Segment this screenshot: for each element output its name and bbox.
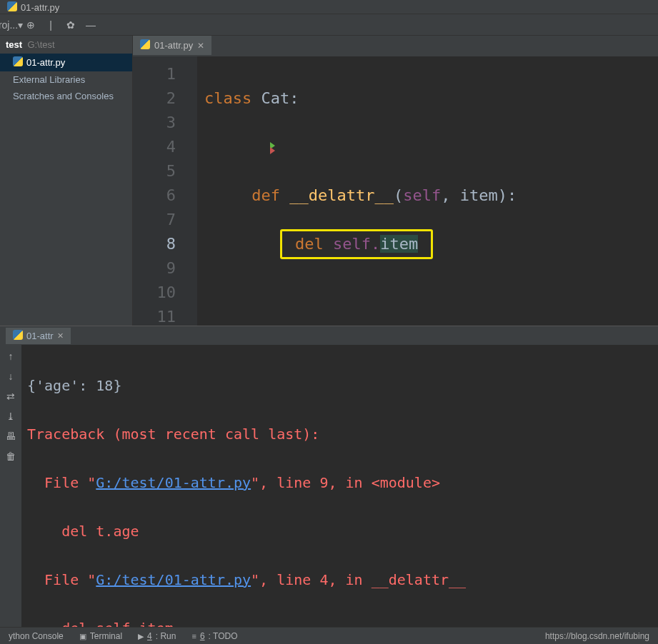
window-tab-label: 01-attr.py <box>21 2 59 13</box>
item-label: Scratches and Consoles <box>13 91 114 101</box>
terminal-button[interactable]: Terminal <box>79 631 122 641</box>
project-path: G:\test <box>25 39 55 50</box>
python-icon <box>140 39 150 51</box>
file-label: 01-attr.py <box>26 57 65 68</box>
wrap-icon[interactable]: ⇄ <box>6 391 15 402</box>
play-icon <box>138 631 144 641</box>
minimize-icon[interactable]: — <box>84 19 97 31</box>
editor-tab-label: 01-attr.py <box>154 40 193 51</box>
target-icon[interactable]: ⊕ <box>24 19 37 31</box>
close-icon[interactable]: ✕ <box>197 41 204 51</box>
editor-pane: 01-attr.py ✕ 1 2 3 4 5 6 7 8 9 10 11 cla… <box>133 36 658 326</box>
separator: | <box>44 19 57 31</box>
bottom-toolbar: ython Console Terminal 4: Run 6: TODO ht… <box>0 627 658 644</box>
item-label: External Libraries <box>13 74 85 85</box>
file-item-01-attr[interactable]: 01-attr.py <box>0 54 132 71</box>
todo-button[interactable]: 6: TODO <box>191 631 237 641</box>
terminal-icon <box>79 631 86 641</box>
python-icon <box>13 330 23 342</box>
code-editor[interactable]: class Cat: def __delattr__(self, item): … <box>197 56 658 326</box>
window-tab[interactable]: 01-attr.py <box>0 1 66 14</box>
console-toolbar: ↑ ↓ ⇄ ⤓ 🖶 🗑 <box>0 345 21 627</box>
python-icon <box>7 1 17 14</box>
run-console-panel: 01-attr ✕ ↑ ↓ ⇄ ⤓ 🖶 🗑 {'age': 18} Traceb… <box>0 326 658 627</box>
traceback-link[interactable]: G:/test/01-attr.py <box>96 474 251 491</box>
run-button[interactable]: 4: Run <box>138 631 176 641</box>
up-arrow-icon[interactable]: ↑ <box>9 351 14 362</box>
down-arrow-icon[interactable]: ↓ <box>9 371 14 382</box>
project-root[interactable]: test G:\test <box>0 36 132 54</box>
project-dropdown[interactable]: roj...▾ <box>4 19 17 31</box>
project-name: test <box>6 39 22 50</box>
line-number-gutter[interactable]: 1 2 3 4 5 6 7 8 9 10 11 <box>133 56 197 326</box>
todo-icon <box>191 631 196 641</box>
python-icon <box>13 56 23 69</box>
console-tab-label: 01-attr <box>26 331 54 341</box>
scroll-icon[interactable]: ⤓ <box>6 411 15 422</box>
watermark: https://blog.csdn.net/ifubing <box>545 631 649 641</box>
project-sidebar: test G:\test 01-attr.py External Librari… <box>0 36 133 326</box>
console-tab[interactable]: 01-attr ✕ <box>6 328 71 344</box>
traceback-link[interactable]: G:/test/01-attr.py <box>96 571 251 588</box>
trash-icon[interactable]: 🗑 <box>6 451 16 462</box>
toolbar: roj...▾ ⊕ | ✿ — <box>0 14 658 36</box>
close-icon[interactable]: ✕ <box>57 331 64 341</box>
highlight-box: del self.item <box>280 229 433 259</box>
python-console-button[interactable]: ython Console <box>9 631 64 641</box>
gear-icon[interactable]: ✿ <box>64 19 77 31</box>
print-icon[interactable]: 🖶 <box>6 431 16 442</box>
editor-tab[interactable]: 01-attr.py ✕ <box>133 36 211 56</box>
external-libraries[interactable]: External Libraries <box>0 71 132 88</box>
console-output[interactable]: {'age': 18} Traceback (most recent call … <box>21 345 658 627</box>
run-gutter-icon[interactable] <box>174 112 277 185</box>
scratches-consoles[interactable]: Scratches and Consoles <box>0 88 132 104</box>
